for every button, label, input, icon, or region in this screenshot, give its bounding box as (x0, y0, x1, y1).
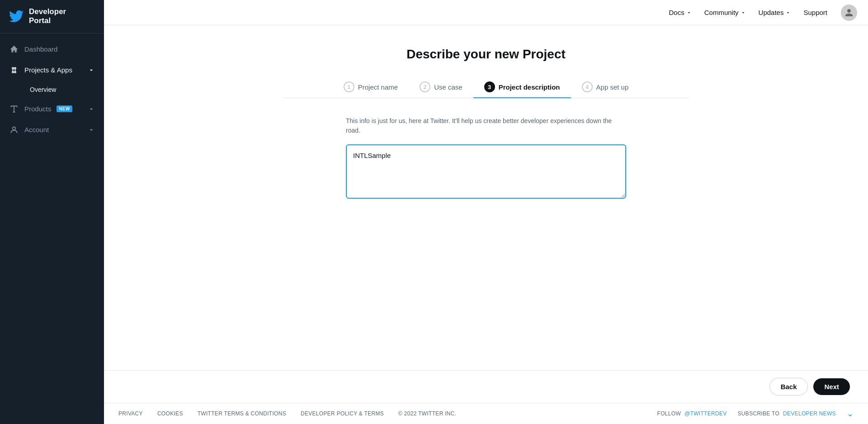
svg-point-1 (14, 67, 16, 69)
step-1-label: Project name (358, 83, 398, 91)
account-chevron-icon (88, 126, 95, 133)
footer-privacy-link[interactable]: PRIVACY (118, 410, 143, 417)
docs-chevron-icon (686, 10, 692, 15)
description-section: This info is just for us, here at Twitte… (346, 116, 626, 200)
combined-bottom: Back Next PRIVACY COOKIES TWITTER TERMS … (104, 370, 868, 424)
step-3[interactable]: 3 Project description (473, 76, 571, 98)
products-icon (9, 104, 19, 114)
step-4-label: App set up (596, 83, 629, 91)
project-description-input[interactable] (346, 144, 626, 199)
footer-follow: FOLLOW @TWITTERDEV (657, 410, 727, 417)
step-2-label: Use case (434, 83, 462, 91)
docs-nav-link[interactable]: Docs (665, 5, 696, 20)
step-1[interactable]: 1 Project name (333, 76, 409, 98)
page-title: Describe your new Project (406, 47, 566, 62)
footer-follow-handle[interactable]: @TWITTERDEV (684, 410, 726, 417)
projects-chevron-icon (88, 67, 95, 74)
sidebar-sub-overview[interactable]: Overview (24, 82, 104, 97)
updates-chevron-icon (785, 10, 791, 15)
sidebar-item-projects[interactable]: Projects & Apps (0, 60, 104, 81)
footer-subscribe-link[interactable]: DEVELOPER NEWS (783, 410, 836, 417)
footer-left: PRIVACY COOKIES TWITTER TERMS & CONDITIO… (118, 410, 456, 417)
projects-icon (9, 65, 19, 75)
top-nav-links: Docs Community Updates Support (665, 5, 857, 21)
footer-twitter-terms-link[interactable]: TWITTER TERMS & CONDITIONS (198, 410, 286, 417)
footer-cookies-link[interactable]: COOKIES (157, 410, 183, 417)
twitter-bird-icon (9, 9, 24, 24)
home-icon (9, 44, 19, 54)
svg-point-2 (12, 71, 14, 72)
info-text: This info is just for us, here at Twitte… (346, 116, 626, 135)
top-nav: Docs Community Updates Support (104, 0, 868, 25)
steps-bar: 1 Project name 2 Use case 3 Project desc… (283, 76, 689, 98)
step-2[interactable]: 2 Use case (409, 76, 473, 98)
community-chevron-icon (741, 10, 746, 15)
support-nav-link[interactable]: Support (799, 5, 832, 20)
step-2-num: 2 (420, 81, 430, 92)
footer-right: FOLLOW @TWITTERDEV SUBSCRIBE TO DEVELOPE… (657, 409, 854, 419)
footer-copyright: © 2022 TWITTER INC. (398, 410, 456, 417)
updates-nav-link[interactable]: Updates (754, 5, 796, 20)
main-content: Describe your new Project 1 Project name… (104, 25, 868, 424)
sidebar-item-account[interactable]: Account (0, 119, 104, 140)
step-3-num: 3 (484, 81, 495, 92)
step-1-num: 1 (344, 81, 354, 92)
back-button[interactable]: Back (769, 378, 808, 395)
svg-point-3 (14, 71, 16, 72)
svg-point-0 (12, 67, 14, 69)
footer-expand-icon[interactable]: ⌄ (847, 409, 854, 419)
step-3-label: Project description (499, 83, 560, 91)
action-row: Back Next (104, 371, 868, 403)
svg-point-8 (13, 127, 16, 130)
footer-row: PRIVACY COOKIES TWITTER TERMS & CONDITIO… (104, 403, 868, 424)
projects-submenu: Overview (0, 81, 104, 99)
sidebar-item-products[interactable]: Products NEW (0, 99, 104, 119)
products-new-badge: NEW (57, 105, 72, 112)
step-4[interactable]: 4 App set up (571, 76, 640, 98)
page-body: Describe your new Project 1 Project name… (104, 25, 868, 424)
footer-subscribe: SUBSCRIBE TO DEVELOPER NEWS (738, 410, 836, 417)
community-nav-link[interactable]: Community (700, 5, 750, 20)
account-icon (9, 125, 19, 135)
step-4-num: 4 (582, 81, 593, 92)
sidebar: Developer Portal Dashboard (0, 0, 104, 424)
sidebar-nav: Dashboard Projects & Apps (0, 33, 104, 424)
user-avatar[interactable] (841, 5, 857, 21)
footer-developer-policy-link[interactable]: DEVELOPER POLICY & TERMS (301, 410, 384, 417)
next-button[interactable]: Next (813, 378, 850, 395)
products-chevron-icon (88, 105, 95, 113)
sidebar-header: Developer Portal (0, 0, 104, 33)
sidebar-title: Developer Portal (29, 7, 66, 26)
sidebar-item-dashboard[interactable]: Dashboard (0, 39, 104, 60)
